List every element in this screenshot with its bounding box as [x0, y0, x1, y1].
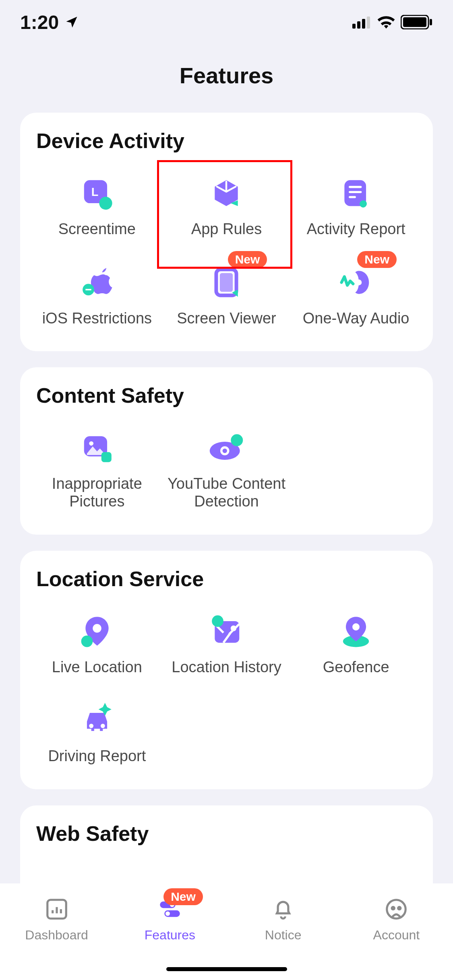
- feature-inappropriate-pictures[interactable]: Inappropriate Pictures: [32, 424, 162, 514]
- location-arrow-icon: [64, 15, 79, 29]
- feature-driving-report[interactable]: Driving Report: [32, 696, 162, 769]
- feature-ios-restrictions[interactable]: iOS Restrictions: [32, 258, 162, 331]
- screen-viewer-icon: [206, 262, 246, 303]
- feature-label: Location History: [172, 659, 281, 676]
- home-indicator[interactable]: [166, 967, 287, 971]
- one-way-audio-icon: [336, 262, 376, 303]
- feature-label: Activity Report: [307, 220, 405, 238]
- svg-point-29: [231, 625, 236, 631]
- svg-rect-15: [85, 289, 91, 290]
- card-title-web-safety: Web Safety: [32, 821, 421, 846]
- feature-label: Screen Viewer: [177, 310, 276, 327]
- location-history-icon: [206, 611, 246, 651]
- svg-text:L: L: [91, 185, 98, 198]
- svg-rect-5: [403, 17, 426, 27]
- svg-point-41: [392, 907, 395, 909]
- feature-label: Screentime: [58, 220, 136, 238]
- svg-point-39: [165, 912, 170, 916]
- feature-label: YouTube Content Detection: [166, 475, 288, 510]
- battery-icon: [401, 15, 433, 29]
- apple-icon: [77, 262, 117, 303]
- tab-label: Notice: [265, 928, 302, 943]
- tab-account[interactable]: Account: [356, 895, 436, 943]
- bell-icon: [269, 895, 298, 924]
- dashboard-icon: [42, 895, 71, 924]
- screentime-icon: L: [77, 173, 117, 213]
- grid-location-service: Live Location Location History Geofence …: [32, 607, 421, 769]
- svg-rect-6: [430, 19, 432, 25]
- feature-screen-viewer[interactable]: New Screen Viewer: [162, 258, 292, 331]
- feature-label: Inappropriate Pictures: [36, 475, 158, 510]
- tab-dashboard[interactable]: Dashboard: [17, 895, 97, 943]
- card-web-safety: Web Safety: [20, 805, 433, 883]
- card-title-location-service: Location Service: [32, 567, 421, 591]
- content-scroll[interactable]: Device Activity L Screentime App Rules A…: [0, 113, 453, 883]
- new-badge: New: [163, 888, 203, 905]
- svg-point-26: [93, 624, 101, 633]
- account-icon: [382, 895, 411, 924]
- status-right: [352, 15, 433, 29]
- feature-location-history[interactable]: Location History: [162, 607, 292, 680]
- svg-point-33: [89, 724, 93, 728]
- svg-point-32: [352, 623, 360, 630]
- tab-bar: Dashboard New Features Notice Account: [0, 883, 453, 980]
- svg-point-40: [387, 900, 406, 919]
- status-time: 1:20: [20, 11, 59, 33]
- driving-report-icon: [77, 700, 117, 740]
- feature-live-location[interactable]: Live Location: [32, 607, 162, 680]
- wifi-icon: [377, 16, 395, 29]
- card-content-safety: Content Safety Inappropriate Pictures Yo…: [20, 367, 433, 534]
- grid-device-activity: L Screentime App Rules Activity Report: [32, 169, 421, 331]
- feature-label: Geofence: [323, 659, 389, 676]
- tab-features[interactable]: New Features: [130, 895, 210, 943]
- feature-app-rules[interactable]: App Rules: [162, 169, 292, 242]
- svg-rect-2: [362, 19, 365, 29]
- pictures-icon: [77, 428, 117, 468]
- tab-notice[interactable]: Notice: [243, 895, 323, 943]
- feature-youtube-content-detection[interactable]: YouTube Content Detection: [162, 424, 292, 514]
- svg-rect-13: [349, 196, 356, 198]
- svg-point-42: [398, 907, 401, 909]
- svg-point-9: [99, 197, 112, 210]
- svg-rect-21: [101, 452, 112, 462]
- svg-point-34: [101, 724, 105, 728]
- feature-activity-report[interactable]: Activity Report: [291, 169, 421, 242]
- app-rules-icon: [206, 173, 246, 213]
- feature-label: Live Location: [52, 659, 142, 676]
- card-device-activity: Device Activity L Screentime App Rules A…: [20, 113, 433, 351]
- svg-rect-1: [357, 21, 360, 29]
- feature-label: iOS Restrictions: [42, 310, 152, 327]
- feature-one-way-audio[interactable]: New One-Way Audio: [291, 258, 421, 331]
- svg-point-30: [212, 615, 224, 627]
- svg-point-24: [223, 449, 227, 453]
- svg-rect-3: [367, 16, 370, 29]
- card-location-service: Location Service Live Location Location …: [20, 551, 433, 789]
- feature-label: App Rules: [191, 220, 262, 238]
- grid-content-safety: Inappropriate Pictures YouTube Content D…: [32, 424, 421, 514]
- svg-rect-17: [220, 273, 233, 292]
- svg-point-18: [356, 280, 362, 285]
- cellular-signal-icon: [352, 16, 372, 29]
- feature-geofence[interactable]: Geofence: [291, 607, 421, 680]
- feature-label: One-Way Audio: [303, 310, 410, 327]
- card-title-content-safety: Content Safety: [32, 383, 421, 408]
- geofence-icon: [336, 611, 376, 651]
- card-title-device-activity: Device Activity: [32, 129, 421, 153]
- svg-rect-11: [349, 186, 362, 188]
- svg-rect-0: [352, 24, 356, 29]
- page-title: Features: [0, 62, 453, 89]
- status-bar: 1:20: [0, 0, 453, 44]
- tab-label: Dashboard: [25, 928, 88, 943]
- feature-label: Driving Report: [48, 747, 146, 765]
- live-location-icon: [77, 611, 117, 651]
- tab-label: Account: [373, 928, 420, 943]
- eye-icon: [206, 428, 246, 468]
- tab-label: Features: [145, 928, 195, 943]
- svg-point-20: [89, 441, 93, 446]
- feature-screentime[interactable]: L Screentime: [32, 169, 162, 242]
- status-time-group: 1:20: [20, 11, 79, 33]
- svg-rect-12: [349, 191, 362, 193]
- activity-report-icon: [336, 173, 376, 213]
- svg-point-27: [81, 636, 93, 647]
- svg-point-25: [231, 434, 243, 447]
